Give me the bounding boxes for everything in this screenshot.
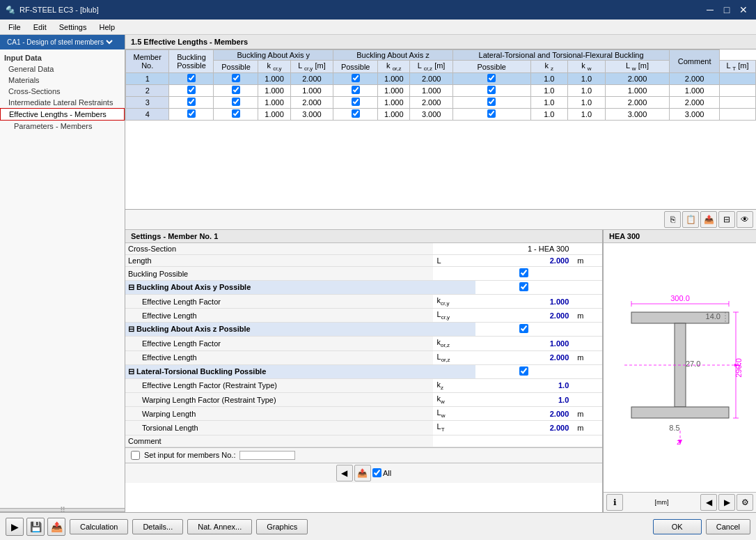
sidebar-item-general-data[interactable]: General Data [0, 63, 125, 75]
right-panel: 1.5 Effective Lengths - Members MemberNo… [125, 35, 756, 512]
paste-button[interactable]: 📋 [682, 211, 699, 228]
cell-lcry: 2.000 [290, 73, 333, 85]
nat-annex-button[interactable]: Nat. Annex... [187, 519, 252, 534]
menu-edit[interactable]: Edit [28, 22, 52, 33]
settings-checkbox-cell-2[interactable] [475, 267, 574, 281]
table-row[interactable]: 2 1.000 1.000 1.000 1.000 1.0 1.0 1.000 … [126, 85, 756, 97]
settings-section-checkbox-cell[interactable] [475, 281, 574, 295]
settings-section-checkbox-cell[interactable] [475, 364, 574, 378]
cell-e-possible[interactable] [333, 109, 378, 121]
graphics-button[interactable]: Graphics [256, 519, 308, 534]
set-input-checkbox[interactable] [131, 451, 140, 460]
b-possible-y-checkbox[interactable] [232, 86, 240, 94]
cell-buckling-possible[interactable] [169, 97, 214, 109]
menu-help[interactable]: Help [93, 22, 120, 33]
nav-row: ◀ 📤 All [125, 463, 602, 483]
settings-unit-11 [573, 392, 602, 406]
lt-possible-checkbox[interactable] [487, 74, 496, 82]
sidebar-resize-handle[interactable]: ⠿ [0, 508, 125, 512]
sidebar-item-parameters[interactable]: Parameters - Members [0, 121, 125, 132]
col-lcry: L cr,y [m] [290, 61, 333, 73]
cell-lt-possible[interactable] [452, 97, 530, 109]
buckling-possible-checkbox[interactable] [187, 74, 196, 82]
settings-checkbox-2[interactable] [519, 268, 528, 277]
filter-button[interactable]: ⊟ [718, 211, 735, 228]
cell-b-possible[interactable] [214, 85, 258, 97]
nav-export-button[interactable]: 📤 [354, 465, 371, 481]
cell-lt: 3.000 [670, 109, 720, 121]
cs-prev-button[interactable]: ◀ [700, 494, 717, 511]
cell-lt-possible[interactable] [452, 85, 530, 97]
buckling-possible-checkbox[interactable] [187, 98, 196, 106]
cell-lw: 2.000 [605, 73, 669, 85]
details-button[interactable]: Details... [132, 519, 183, 534]
menu-settings[interactable]: Settings [54, 22, 93, 33]
cell-e-possible[interactable] [333, 73, 378, 85]
b-possible-z-checkbox[interactable] [352, 98, 360, 106]
settings-value-12: 2.000 [475, 407, 574, 421]
close-button[interactable]: ✕ [737, 3, 750, 17]
b-possible-z-checkbox[interactable] [352, 74, 360, 82]
lt-possible-checkbox[interactable] [487, 86, 496, 94]
sidebar-item-cross-sections[interactable]: Cross-Sections [0, 86, 125, 97]
b-possible-y-checkbox[interactable] [232, 109, 240, 118]
settings-section-checkbox[interactable] [519, 367, 528, 376]
cell-buckling-possible[interactable] [169, 109, 214, 121]
top-table-area[interactable]: MemberNo. BucklingPossible Buckling Abou… [125, 49, 756, 210]
b-possible-y-checkbox[interactable] [232, 74, 240, 82]
lt-possible-checkbox[interactable] [487, 98, 496, 106]
run-button[interactable]: ▶ [6, 518, 24, 536]
cell-lcry: 2.000 [290, 97, 333, 109]
b-possible-z-checkbox[interactable] [352, 109, 360, 118]
b-possible-y-checkbox[interactable] [232, 98, 240, 106]
nav-all-checkbox[interactable] [372, 468, 381, 477]
cell-lt: 1.000 [670, 85, 720, 97]
settings-row: Torsional Length LT 2.000 m [125, 421, 602, 435]
settings-section-checkbox[interactable] [519, 324, 528, 333]
settings-label-4: Effective Length Factor [125, 295, 433, 309]
ca-dropdown[interactable]: CA1 - Design of steel members [4, 38, 115, 47]
cell-lt-possible[interactable] [452, 109, 530, 121]
buckling-possible-checkbox[interactable] [187, 86, 196, 94]
cell-lt-possible[interactable] [452, 73, 530, 85]
menu-file[interactable]: File [3, 22, 26, 33]
cancel-button[interactable]: Cancel [706, 519, 750, 534]
table-row[interactable]: 1 1.000 2.000 1.000 2.000 1.0 1.0 2.000 … [126, 73, 756, 85]
cell-buckling-possible[interactable] [169, 73, 214, 85]
maximize-button[interactable]: □ [720, 3, 734, 17]
settings-label-13: Torsional Length [125, 421, 433, 435]
cs-settings-button[interactable]: ⚙ [737, 494, 753, 511]
cell-b-possible[interactable] [214, 97, 258, 109]
cell-b-possible[interactable] [214, 73, 258, 85]
export-button[interactable]: 📤 [700, 211, 717, 228]
table-row[interactable]: 3 1.000 2.000 1.000 2.000 1.0 1.0 2.000 … [126, 97, 756, 109]
cell-b-possible[interactable] [214, 109, 258, 121]
sidebar-item-materials[interactable]: Materials [0, 75, 125, 86]
copy-button[interactable]: ⎘ [664, 211, 681, 228]
lt-possible-checkbox[interactable] [487, 109, 496, 118]
export-main-button[interactable]: 📤 [47, 518, 65, 536]
nav-prev-button[interactable]: ◀ [336, 465, 353, 481]
cell-e-possible[interactable] [333, 97, 378, 109]
save-button[interactable]: 💾 [26, 518, 45, 536]
set-input-field[interactable] [239, 451, 295, 460]
cs-next-button[interactable]: ▶ [718, 494, 735, 511]
ok-button[interactable]: OK [653, 519, 702, 534]
info-button[interactable]: ℹ [606, 494, 623, 511]
table-row[interactable]: 4 1.000 3.000 1.000 3.000 1.0 1.0 3.000 … [126, 109, 756, 121]
settings-section-checkbox[interactable] [519, 282, 528, 291]
sidebar-item-lateral-restraints[interactable]: Intermediate Lateral Restraints [0, 97, 125, 108]
buckling-possible-checkbox[interactable] [187, 109, 196, 118]
cell-buckling-possible[interactable] [169, 85, 214, 97]
minimize-button[interactable]: ─ [703, 3, 717, 17]
svg-text:14.0: 14.0 [705, 312, 720, 321]
b-possible-z-checkbox[interactable] [352, 86, 360, 94]
settings-section-checkbox-cell[interactable] [475, 323, 574, 337]
settings-value-7: 1.000 [475, 337, 574, 350]
cell-e-possible[interactable] [333, 85, 378, 97]
cs-unit: [mm] [655, 499, 669, 506]
calculation-button[interactable]: Calculation [70, 519, 128, 534]
sidebar-item-effective-lengths[interactable]: Effective Lengths - Members [0, 108, 125, 121]
settings-row: Comment [125, 435, 602, 447]
view-button[interactable]: 👁 [737, 211, 753, 228]
